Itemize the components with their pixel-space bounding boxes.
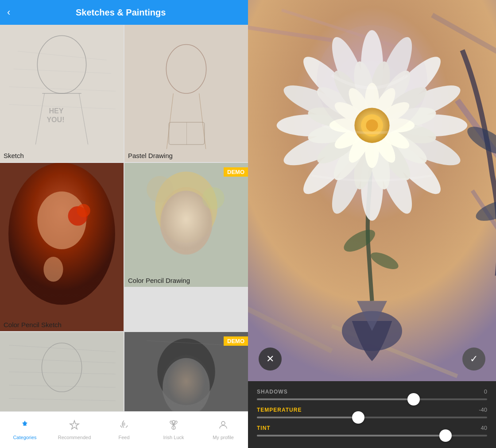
filter-item-color-pencil-drawing[interactable]: DEMO Color Pencil Drawing — [124, 163, 248, 287]
categories-icon — [19, 420, 30, 433]
shadows-thumb[interactable] — [407, 393, 420, 406]
svg-point-28 — [202, 187, 225, 209]
temperature-header: TEMPERATURE -40 — [257, 406, 487, 413]
cancel-icon: ✕ — [266, 353, 274, 365]
filter-grid-scroll: HEY YOU! Sketch — [0, 25, 248, 411]
nav-item-categories[interactable]: Categories — [7, 420, 43, 440]
filter-label-color-pencil-sketch: Color Pencil Sketch — [0, 318, 124, 331]
bottom-sketch-preview — [0, 332, 124, 411]
filter-label-color-pencil-drawing: Color Pencil Drawing — [124, 274, 248, 287]
page-title: Sketches & Paintings — [16, 8, 226, 18]
demo-badge-cpd: DEMO — [224, 167, 248, 177]
pastel-preview — [124, 25, 248, 162]
nav-item-my-profile[interactable]: My profile — [205, 420, 241, 440]
tint-value: 40 — [481, 425, 487, 431]
categories-label: Categories — [13, 435, 36, 440]
sliders-area: SHADOWS 0 TEMPERATURE -40 TINT 40 — [248, 381, 496, 448]
feed-label: Feed — [118, 435, 129, 440]
flower-painting — [248, 0, 496, 381]
shadows-header: SHADOWS 0 — [257, 388, 487, 395]
nav-item-feed[interactable]: Feed — [106, 420, 142, 440]
tint-fill — [257, 435, 446, 436]
filter-item-bottom-sketch[interactable] — [0, 332, 124, 411]
color-pencil-sketch-preview — [0, 163, 124, 331]
svg-point-107 — [317, 25, 427, 135]
my-profile-icon — [218, 420, 229, 433]
cpd-preview — [124, 163, 248, 287]
temperature-track[interactable] — [257, 417, 487, 418]
irish-luck-icon — [168, 420, 179, 433]
recommended-icon — [69, 420, 80, 433]
svg-point-27 — [147, 176, 173, 203]
sketch-preview: HEY YOU! — [0, 25, 124, 162]
tint-track[interactable] — [257, 435, 487, 436]
filter-label-sketch: Sketch — [0, 149, 124, 162]
photo-area: ✕ ✓ — [248, 0, 496, 381]
confirm-button[interactable]: ✓ — [462, 348, 485, 371]
nav-item-irish-luck[interactable]: Irish Luck — [156, 420, 191, 440]
tint-label: TINT — [257, 425, 271, 431]
temperature-label: TEMPERATURE — [257, 407, 302, 413]
svg-text:YOU!: YOU! — [46, 116, 64, 124]
filter-item-pastel[interactable]: Pastel Drawing — [124, 25, 248, 162]
svg-text:HEY: HEY — [49, 107, 63, 115]
shadows-fill — [257, 398, 414, 400]
svg-rect-29 — [0, 332, 124, 411]
temperature-fill — [257, 417, 358, 418]
shadows-value: 0 — [484, 388, 487, 395]
shadows-slider-row: SHADOWS 0 — [257, 388, 487, 400]
back-button[interactable]: ‹ — [7, 7, 10, 18]
app-header: ‹ Sketches & Paintings — [0, 0, 248, 25]
bottom-nav: Categories Recommended Feed — [0, 411, 248, 448]
shadows-track[interactable] — [257, 398, 487, 400]
confirm-icon: ✓ — [470, 353, 478, 365]
temperature-thumb[interactable] — [352, 411, 364, 424]
tint-header: TINT 40 — [257, 425, 487, 431]
svg-point-21 — [77, 204, 90, 217]
filter-label-pastel: Pastel Drawing — [124, 149, 248, 162]
recommended-label: Recommended — [58, 435, 91, 440]
tint-thumb[interactable] — [439, 429, 452, 442]
tint-slider-row: TINT 40 — [257, 425, 487, 436]
shadows-label: SHADOWS — [257, 389, 288, 395]
svg-point-45 — [24, 424, 26, 426]
filter-grid: HEY YOU! Sketch — [0, 25, 248, 411]
nav-item-recommended[interactable]: Recommended — [57, 420, 92, 440]
filter-item-last-demo[interactable]: DEMO — [124, 332, 248, 411]
filter-item-sketch[interactable]: HEY YOU! Sketch — [0, 25, 124, 162]
filter-item-color-pencil-sketch[interactable]: Color Pencil Sketch — [0, 163, 124, 331]
svg-point-48 — [221, 421, 225, 425]
svg-point-22 — [43, 257, 63, 282]
temperature-value: -40 — [479, 406, 487, 413]
svg-point-46 — [123, 422, 125, 426]
demo-badge-last: DEMO — [224, 336, 248, 346]
irish-luck-label: Irish Luck — [163, 435, 184, 440]
cancel-button[interactable]: ✕ — [259, 348, 282, 371]
right-panel: ✕ ✓ SHADOWS 0 TEMPERATURE -40 — [248, 0, 496, 448]
my-profile-label: My profile — [213, 435, 234, 440]
left-panel: ‹ Sketches & Paintings HEY — [0, 0, 248, 448]
feed-icon — [119, 420, 129, 433]
temperature-slider-row: TEMPERATURE -40 — [257, 406, 487, 418]
